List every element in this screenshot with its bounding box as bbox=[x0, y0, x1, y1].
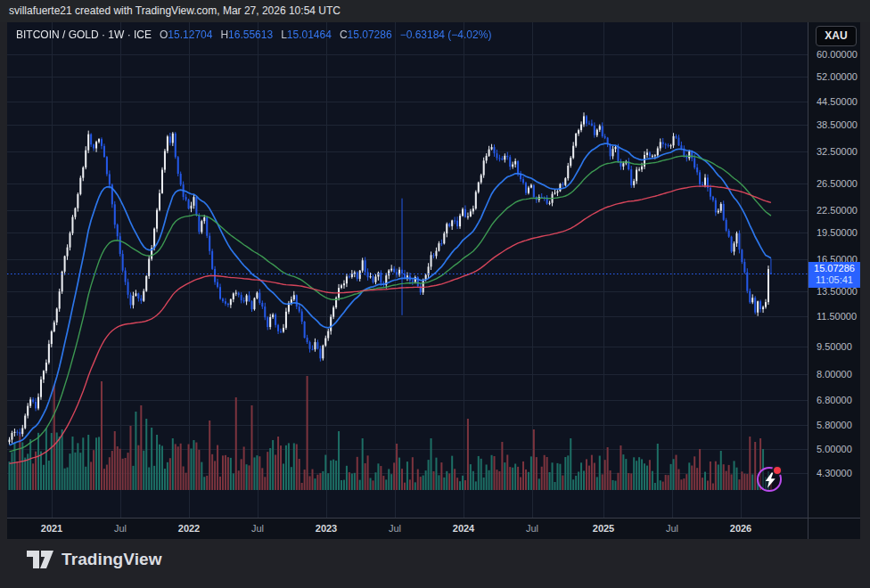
lightning-button[interactable] bbox=[757, 467, 782, 492]
price-tick-label: 26.50000 bbox=[817, 178, 858, 189]
high-readout: H16.55613 bbox=[220, 29, 273, 41]
time-label-year: 2021 bbox=[41, 523, 62, 534]
price-tick-label: 5.00000 bbox=[817, 444, 852, 454]
time-axis-separator bbox=[7, 518, 860, 519]
price-tick-label: 60.00000 bbox=[817, 49, 858, 60]
last-price-badge: 15.07286 11:05:41 bbox=[808, 262, 860, 288]
close-readout: C15.07286 bbox=[340, 29, 392, 41]
time-label-month: Jul bbox=[526, 523, 538, 534]
change-value: −0.63184 (−4.02%) bbox=[400, 29, 492, 41]
price-tick-label: 5.80000 bbox=[817, 420, 852, 430]
time-label-month: Jul bbox=[389, 523, 401, 534]
time-axis[interactable]: 2021Jul2022Jul2023Jul2024Jul2025Jul2026 bbox=[7, 519, 860, 539]
close-label: C bbox=[340, 29, 348, 41]
price-tick-label: 4.30000 bbox=[817, 468, 852, 478]
price-tick-label: 8.00000 bbox=[817, 369, 852, 380]
price-tick-label: 22.50000 bbox=[817, 205, 858, 216]
price-tick-label: 52.00000 bbox=[817, 71, 858, 82]
price-chart-canvas[interactable] bbox=[7, 22, 808, 518]
time-label-year: 2024 bbox=[453, 523, 474, 534]
time-label-year: 2023 bbox=[316, 523, 337, 534]
high-value: 16.55613 bbox=[228, 29, 273, 41]
tradingview-logo[interactable]: TradingView bbox=[27, 550, 162, 569]
time-label-year: 2026 bbox=[730, 523, 751, 534]
time-label-month: Jul bbox=[114, 523, 127, 534]
symbol-legend: BITCOIN / GOLD · 1W · ICE O15.12704 H16.… bbox=[16, 29, 491, 41]
price-tick-label: 9.50000 bbox=[817, 341, 852, 352]
tradingview-logo-icon bbox=[27, 551, 53, 568]
symbol-title[interactable]: BITCOIN / GOLD · 1W · ICE bbox=[16, 29, 152, 41]
low-readout: L15.01464 bbox=[281, 29, 332, 41]
tradingview-logo-text: TradingView bbox=[62, 550, 162, 569]
last-price-value: 15.07286 bbox=[808, 263, 860, 274]
close-value: 15.07286 bbox=[348, 29, 392, 41]
open-readout: O15.12704 bbox=[160, 29, 212, 41]
attribution-bar: svillafuerte21 created with TradingView.… bbox=[0, 0, 870, 22]
tradingview-snapshot: svillafuerte21 created with TradingView.… bbox=[0, 0, 870, 588]
price-tick-label: 44.50000 bbox=[817, 96, 858, 107]
chart-panel: BITCOIN / GOLD · 1W · ICE O15.12704 H16.… bbox=[7, 22, 860, 539]
price-tick-label: 11.50000 bbox=[817, 311, 857, 322]
open-label: O bbox=[160, 29, 168, 41]
price-tick-label: 32.50000 bbox=[817, 146, 858, 157]
low-label: L bbox=[281, 29, 287, 41]
time-label-month: Jul bbox=[251, 523, 264, 534]
price-tick-label: 19.50000 bbox=[817, 227, 858, 238]
high-label: H bbox=[220, 29, 228, 41]
time-label-month: Jul bbox=[666, 523, 678, 534]
bar-close-countdown: 11:05:41 bbox=[808, 274, 860, 286]
time-label-year: 2025 bbox=[593, 523, 614, 534]
attribution-text: svillafuerte21 created with TradingView.… bbox=[9, 4, 341, 17]
low-value: 15.01464 bbox=[287, 29, 332, 41]
notification-dot bbox=[772, 465, 783, 476]
currency-unit-badge[interactable]: XAU bbox=[816, 26, 857, 46]
price-tick-label: 38.50000 bbox=[817, 119, 858, 130]
open-value: 15.12704 bbox=[168, 29, 212, 41]
price-tick-label: 6.80000 bbox=[817, 395, 852, 405]
time-label-year: 2022 bbox=[178, 523, 200, 534]
